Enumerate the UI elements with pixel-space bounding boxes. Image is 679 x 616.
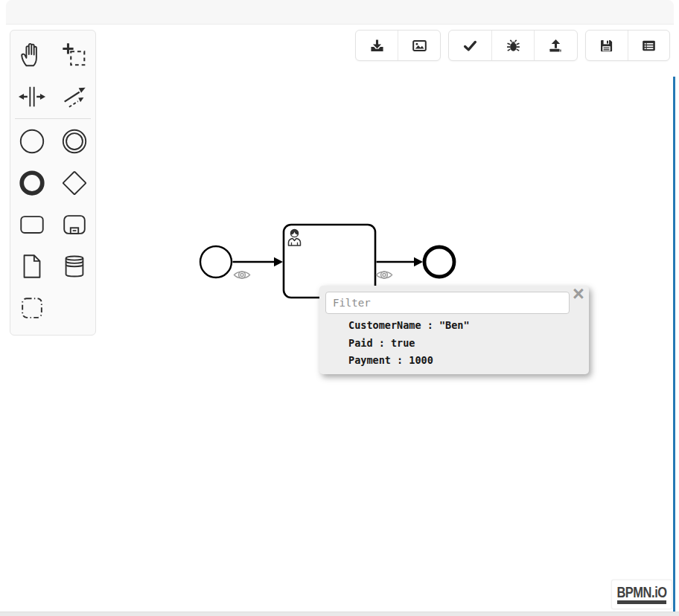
debug-button[interactable]: [491, 31, 535, 60]
validate-button[interactable]: [449, 31, 491, 60]
sequence-flow-1[interactable]: [233, 257, 284, 266]
download-icon: [370, 39, 384, 53]
create-intermediate-event-button[interactable]: [53, 121, 95, 162]
variables-list: CustomerName : "Ben" Paid : true Payment…: [348, 317, 470, 370]
variable-row: Payment : 1000: [348, 352, 470, 370]
bottom-edge-strip: [0, 612, 679, 616]
subprocess-icon: [60, 211, 89, 239]
variable-row: Paid : true: [348, 335, 470, 353]
close-icon[interactable]: ×: [570, 284, 587, 304]
create-subprocess-button[interactable]: [53, 204, 95, 246]
upload-icon: [549, 39, 563, 53]
export-image-button[interactable]: [398, 31, 440, 60]
intermediate-event-icon: [60, 127, 89, 155]
bpmn-palette: [10, 30, 96, 336]
bpmn-io-logo[interactable]: BPMN.iO: [611, 580, 672, 609]
start-event-shape[interactable]: [200, 246, 232, 277]
sequence-flow-2[interactable]: [377, 257, 424, 266]
palette-empty-cell: [53, 287, 95, 329]
task-icon: [18, 211, 46, 239]
download-button[interactable]: [356, 31, 398, 60]
lasso-tool-icon: [60, 41, 89, 69]
forms-button[interactable]: [628, 31, 670, 60]
bpmn-io-logo-text: BPMN.iO: [616, 585, 666, 600]
variable-eye-overlay-1[interactable]: [235, 272, 250, 278]
create-end-event-button[interactable]: [10, 162, 53, 204]
tab-strip: [6, 0, 674, 25]
variable-eye-overlay-2[interactable]: [377, 272, 392, 278]
save-icon: [599, 39, 613, 53]
bpmn-io-logo-underline: [617, 600, 666, 604]
lasso-tool-button[interactable]: [53, 34, 95, 76]
toolbar-group-validate: [448, 30, 578, 61]
image-icon: [412, 39, 427, 53]
data-object-icon: [18, 252, 46, 280]
toolbar-group-io: [355, 30, 441, 61]
hand-tool-button[interactable]: [10, 34, 53, 76]
start-event-icon: [18, 127, 46, 155]
palette-separator: [15, 118, 91, 119]
create-start-event-button[interactable]: [10, 121, 53, 162]
data-store-icon: [60, 252, 89, 280]
toolbar-group-save: [585, 30, 670, 61]
hand-tool-icon: [18, 41, 46, 69]
filter-input[interactable]: [325, 292, 570, 314]
deploy-button[interactable]: [534, 31, 577, 60]
group-icon: [18, 294, 46, 322]
create-data-store-button[interactable]: [53, 246, 95, 287]
create-group-button[interactable]: [10, 287, 53, 329]
variable-row: CustomerName : "Ben": [348, 317, 470, 335]
variables-popup: × CustomerName : "Ben" Paid : true Payme…: [319, 286, 589, 374]
global-connect-tool-button[interactable]: [53, 76, 95, 118]
end-event-shape[interactable]: [424, 247, 454, 277]
right-edge-scroll-line: [673, 77, 675, 612]
space-tool-icon: [18, 83, 46, 111]
check-icon: [463, 39, 477, 53]
end-event-icon: [18, 169, 46, 197]
space-tool-button[interactable]: [10, 76, 53, 118]
gateway-icon: [60, 169, 89, 197]
create-data-object-button[interactable]: [10, 246, 53, 287]
create-task-button[interactable]: [10, 204, 53, 246]
create-gateway-button[interactable]: [53, 162, 95, 204]
save-button[interactable]: [586, 31, 628, 60]
bug-icon: [506, 39, 520, 53]
global-connect-icon: [60, 83, 89, 111]
forms-icon: [642, 39, 656, 53]
